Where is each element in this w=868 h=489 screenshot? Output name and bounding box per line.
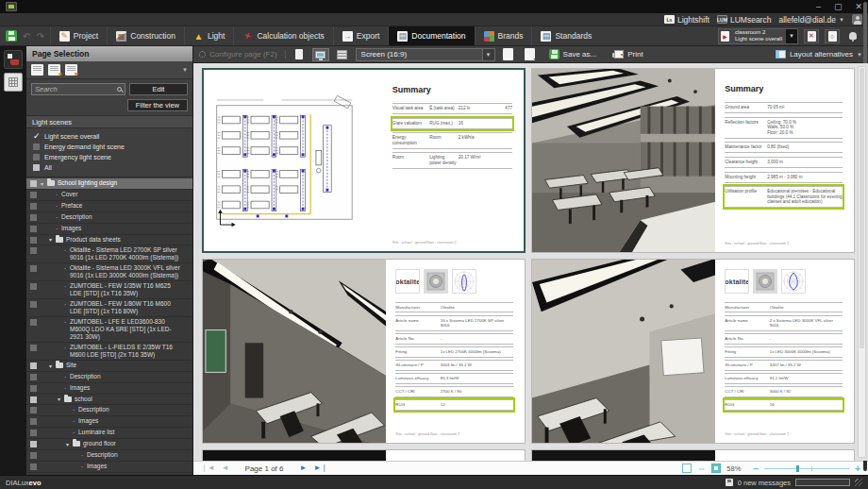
tree-item-checkbox[interactable] [30,396,37,403]
resize-grip[interactable] [855,479,862,486]
tree-item[interactable]: ▾ Images [26,224,192,235]
table-view-tool[interactable] [4,73,23,92]
preview-scrollbar[interactable] [858,66,866,458]
zoom-out-button[interactable]: − [753,464,759,474]
zoom-slider-thumb[interactable] [796,465,799,472]
lumsearch-button[interactable]: LUM LUMsearch [717,15,771,25]
stop-calculation-button[interactable]: ○ [825,29,840,43]
print-button[interactable]: Print [607,47,648,62]
menu-item[interactable] [19,19,30,21]
tree-item-checkbox[interactable] [30,180,37,187]
tree-item-checkbox[interactable] [30,192,37,198]
table-format-toggle[interactable] [334,48,351,61]
chevron-down-icon[interactable]: ▼ [182,67,188,73]
save-as-button[interactable]: Save as... [543,47,603,62]
tree-item[interactable]: ▾ School lighting design [26,178,192,190]
caret-down-icon[interactable]: ▾ [41,180,47,188]
tree-item-checkbox[interactable] [30,319,37,326]
tree-item-checkbox[interactable] [30,265,37,272]
menu-item[interactable] [45,19,57,21]
tree-item[interactable]: ▾ Preface [26,201,192,212]
tree-item-checkbox[interactable] [30,283,37,290]
overview-grid-button[interactable] [711,464,721,473]
tree-item-checkbox[interactable] [30,441,37,447]
duplicate-page-button[interactable] [522,48,539,61]
caret-down-icon[interactable]: ▾ [49,236,56,244]
calculation-scene-select[interactable]: ▶ classroom 2 Light scene overall ▼ [718,28,798,44]
undo-button[interactable]: ↶ [23,31,30,42]
light-scene-option[interactable]: Energy demand light scene [26,142,192,152]
tree-item[interactable]: ▾ Cover [26,190,192,201]
tree-item[interactable]: ▾ ZUMTOBEL - L-FIELDS E 2/35W T16 M600 L… [26,343,192,361]
tree-item[interactable]: ▾ Description [26,212,192,224]
caret-down-icon[interactable]: ▾ [49,363,56,370]
tree-item[interactable]: ▾ Product data sheets [26,235,192,246]
mode-tab[interactable]: Light [184,26,233,45]
new-page-button[interactable] [31,64,43,76]
mode-tab[interactable]: Documentation [388,26,474,45]
tree-item[interactable]: ▾ Description [26,450,192,462]
tree-item-checkbox[interactable] [30,407,37,413]
configure-page-button[interactable]: Configure page (F2) [199,50,286,59]
checkbox[interactable] [33,154,40,160]
avatar[interactable] [852,14,862,25]
tree-item-checkbox[interactable] [30,247,37,254]
maximize-button[interactable]: ▢ [834,2,843,11]
documentation-pages-tool[interactable] [4,50,23,69]
mode-tab[interactable]: Project [50,26,107,45]
tree-item[interactable]: ▾ ZUMTOBEL - FEW 1/35W T16 M625 LDE [STD… [26,281,192,299]
edit-button[interactable]: Edit [129,83,188,95]
redo-button[interactable]: ↷ [36,31,43,42]
light-scene-option[interactable]: Light scene overall [26,131,192,142]
account-menu[interactable]: allefeld@dial.de ▼ [778,15,844,25]
filter-view-button[interactable]: Filter the view [127,99,188,111]
tree-item[interactable]: ▾ ZUMTOBEL - LFE E LED3600-830 M600Q LDO… [26,317,192,343]
tree-item[interactable]: ▾ Luminaire list [26,473,192,476]
cancel-calculation-button[interactable]: ✕ [804,29,819,43]
mode-tab[interactable]: Export [333,26,389,45]
tree-item[interactable]: ▾ Luminaire list [26,428,192,439]
tree-item-checkbox[interactable] [30,418,37,425]
portrait-format-toggle[interactable] [291,48,308,61]
screen-format-toggle[interactable] [312,48,329,61]
fit-width-button[interactable]: ⇔ [697,464,706,473]
tree-item-checkbox[interactable] [30,345,37,351]
checkbox[interactable] [33,164,40,171]
tree-item[interactable]: ▾ Site [26,361,192,372]
blank-page-button[interactable] [500,48,517,61]
minimize-button[interactable]: – [816,2,821,11]
search-input[interactable]: Search [31,83,125,95]
move-page-up-button[interactable]: ◂ [48,64,60,76]
tree-item-checkbox[interactable] [30,203,37,210]
light-scene-option[interactable]: Emergency light scene [26,152,192,162]
tree-item-checkbox[interactable] [30,475,37,476]
mode-tab[interactable]: Construction [107,26,184,45]
tree-item[interactable]: ▾ school [26,395,192,406]
tree-item-checkbox[interactable] [30,226,37,232]
chevron-down-icon[interactable]: ▼ [786,29,797,43]
tree-item-checkbox[interactable] [30,237,37,244]
tree-item[interactable]: ▾ ground floor [26,439,192,450]
layout-alternatives-button[interactable]: Layout alternatives ▼ [776,50,862,59]
page-format-select[interactable]: Screen (16:9) ▼ [356,48,495,61]
zoom-in-button[interactable]: + [855,464,860,474]
page-preview-2[interactable]: Summary Ground area 70.05 m² Reflection … [531,68,855,253]
notifications-bell-icon[interactable] [849,32,857,40]
first-page-button[interactable]: ❘◄ [201,464,215,472]
messages-label[interactable]: 0 new messages [738,479,791,487]
tree-item-checkbox[interactable] [30,385,37,392]
caret-down-icon[interactable]: ▾ [66,441,73,448]
move-page-down-button[interactable]: ▸ [65,64,77,76]
tree-item-checkbox[interactable] [30,214,37,221]
tree-item-checkbox[interactable] [30,452,37,459]
tree-item-checkbox[interactable] [30,464,37,470]
last-page-button[interactable]: ►❘ [313,464,327,472]
mode-tab[interactable]: Brands [475,26,532,45]
checkbox[interactable] [33,133,40,140]
fit-page-button[interactable] [682,464,692,473]
tree-item[interactable]: ▾ Images [26,383,192,395]
tree-item[interactable]: ▾ Oktalite - Sistema LED 3000K VFL silve… [26,263,192,281]
page-preview-4[interactable]: oktalite Man [531,259,855,444]
page-preview-6[interactable] [531,449,855,461]
zoom-slider[interactable] [764,468,849,469]
